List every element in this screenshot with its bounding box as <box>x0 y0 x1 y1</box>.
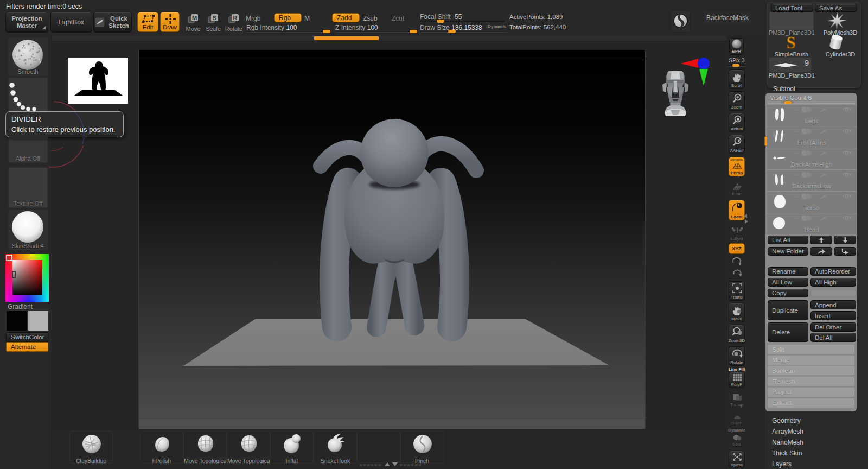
bpr-render-button[interactable]: BPR <box>729 38 744 55</box>
color-picker[interactable] <box>5 254 49 302</box>
section-layers[interactable]: Layers <box>772 460 792 468</box>
spix-handle[interactable] <box>732 64 739 67</box>
zsub-button[interactable]: Zsub <box>363 15 378 22</box>
zoom3d-button[interactable]: Zoom3D <box>729 325 745 344</box>
current-brush-button[interactable]: Smooth <box>8 37 48 76</box>
folder-movedown-button[interactable] <box>834 247 856 256</box>
subtool-down-button[interactable] <box>834 236 856 244</box>
section-arraymesh[interactable]: ArrayMesh <box>772 428 803 435</box>
lightbox-button[interactable]: LightBox <box>50 12 92 32</box>
document-h-scrollbar-thumb[interactable] <box>314 36 379 40</box>
rotate-button[interactable]: R Rotate <box>225 13 243 31</box>
zadd-button[interactable]: Zadd <box>332 13 360 22</box>
rgb-intensity-slider-label[interactable]: Rgb Intensity 100 <box>246 24 297 31</box>
material-button[interactable]: SkinShade4 <box>8 210 48 250</box>
all-high-button[interactable]: All High <box>810 278 856 287</box>
copy-button[interactable]: Copy <box>768 289 808 297</box>
subtool-row-legs[interactable]: ─Legs <box>767 104 856 126</box>
new-folder-button[interactable]: New Folder <box>768 247 808 256</box>
tray-divider-arrows[interactable] <box>743 213 749 224</box>
extract-button-disabled[interactable]: Extract <box>768 398 854 408</box>
move-3d-button[interactable]: Move <box>729 303 745 322</box>
aahalf-button[interactable]: AAHalf <box>729 135 745 154</box>
draw-size-track[interactable] <box>420 31 507 33</box>
save-as-button[interactable]: Save As <box>815 4 857 12</box>
insert-button[interactable]: Insert <box>810 311 856 320</box>
section-nanomesh[interactable]: NanoMesh <box>772 439 803 446</box>
subtool-row-frontarms[interactable]: ─FrontArms <box>767 126 856 148</box>
boolean-button-disabled[interactable]: Boolean <box>768 366 854 375</box>
brush-slot-snakehook[interactable]: SnakeHook <box>314 431 357 464</box>
texture-off-button[interactable]: Texture Off <box>8 167 48 208</box>
actual-button[interactable]: Actual <box>729 113 745 132</box>
projection-master-button[interactable]: Projection Master <box>5 12 48 32</box>
cylinder3d-button[interactable] <box>819 34 858 52</box>
section-thick-skin[interactable]: Thick Skin <box>772 449 802 457</box>
folder-moveup-button[interactable] <box>810 247 832 256</box>
m-button[interactable]: M <box>304 15 310 22</box>
tray-scroll-arrows[interactable] <box>384 462 398 467</box>
duplicate-button[interactable]: Duplicate <box>768 300 808 320</box>
quick-sketch-button[interactable]: Quick Sketch <box>93 12 132 32</box>
secondary-color-swatch[interactable] <box>28 310 49 331</box>
xpose-button[interactable]: Xpose <box>729 451 745 468</box>
ghost-button[interactable]: Ghost <box>729 410 745 427</box>
solo-button[interactable]: Solo <box>729 433 745 448</box>
draw-size-handle[interactable] <box>448 30 456 33</box>
visible-count-slider-label[interactable]: Visible Count 6 <box>770 94 812 101</box>
frame-button[interactable]: Frame <box>729 281 745 301</box>
gradient-label[interactable]: Gradient <box>8 303 33 310</box>
subtool-row-backarmslow[interactable]: ─BackarmsLow <box>767 169 856 191</box>
scroll-button[interactable]: Scroll <box>729 69 745 89</box>
subtool-up-button[interactable] <box>810 236 832 244</box>
rgb-intensity-handle[interactable] <box>323 30 330 33</box>
floor-button[interactable]: ▲ Floor <box>729 179 745 198</box>
rotate-on-y-icon[interactable] <box>731 256 742 266</box>
alternate-button[interactable]: Alternate <box>6 342 48 352</box>
document-h-scrollbar-track[interactable] <box>52 36 727 41</box>
zoom-button[interactable]: Zoom <box>729 91 745 111</box>
subtool-section-header[interactable]: Subtool <box>773 85 795 93</box>
rotate-on-z-icon[interactable] <box>732 268 742 278</box>
paste-button-disabled[interactable] <box>810 289 856 297</box>
backface-mask-button[interactable]: BackfaceMask <box>704 12 751 24</box>
z-intensity-handle[interactable] <box>410 30 417 33</box>
project-button-disabled[interactable]: Project <box>768 388 854 397</box>
visible-count-track[interactable] <box>769 103 856 104</box>
current-stroke-button[interactable] <box>8 78 48 116</box>
z-intensity-track[interactable] <box>335 31 417 33</box>
merge-button-disabled[interactable]: Merge <box>768 356 854 365</box>
persp-button[interactable]: Dynamic Persp <box>729 157 745 176</box>
xyz-button[interactable]: XYZ <box>729 243 745 254</box>
autoreorder-button[interactable]: AutoReorder <box>810 267 856 276</box>
camview-widget[interactable] <box>654 54 724 119</box>
brush-slot-move-topologica[interactable]: Move Topologica <box>183 431 227 464</box>
brush-slot-hpolish[interactable]: hPolish <box>140 431 183 464</box>
rename-button[interactable]: Rename <box>768 267 808 276</box>
brush-slot-inflat[interactable]: Inflat <box>270 431 314 464</box>
rgb-button[interactable]: Rgb <box>274 13 302 22</box>
polymesh3d-button[interactable] <box>819 12 858 30</box>
section-geometry[interactable]: Geometry <box>772 417 801 424</box>
local-button[interactable]: Local <box>729 200 745 220</box>
main-color-swatch[interactable] <box>6 310 27 331</box>
edit-button[interactable]: Edit <box>137 12 158 32</box>
subtool-row-head[interactable]: ─Head <box>767 213 856 234</box>
brush-slot-claybuildup[interactable]: ClayBuildup <box>69 431 113 464</box>
simplebrush-button[interactable]: S <box>769 34 813 52</box>
focal-shift-track[interactable] <box>420 21 505 22</box>
split-button-disabled[interactable]: Split <box>768 345 854 354</box>
remesh-button-disabled[interactable]: Remesh <box>768 377 854 386</box>
rgb-intensity-track[interactable] <box>246 31 330 33</box>
transp-button[interactable]: Transp <box>729 391 745 408</box>
z-intensity-slider-label[interactable]: Z Intensity 100 <box>335 24 378 31</box>
zcut-button[interactable]: Zcut <box>392 15 404 22</box>
delete-button[interactable]: Delete <box>768 322 808 342</box>
spix-slider-label[interactable]: SPix 3 <box>727 58 746 64</box>
subtool-row-torso[interactable]: ─Torso <box>767 191 856 213</box>
lsym-button[interactable]: L.Sym <box>729 224 745 242</box>
append-button[interactable]: Append <box>810 300 856 309</box>
move-button[interactable]: M Move <box>184 13 202 31</box>
brush-slot-pinch[interactable]: Pinch <box>400 431 444 464</box>
polyf-button[interactable]: PolyF <box>729 372 745 388</box>
